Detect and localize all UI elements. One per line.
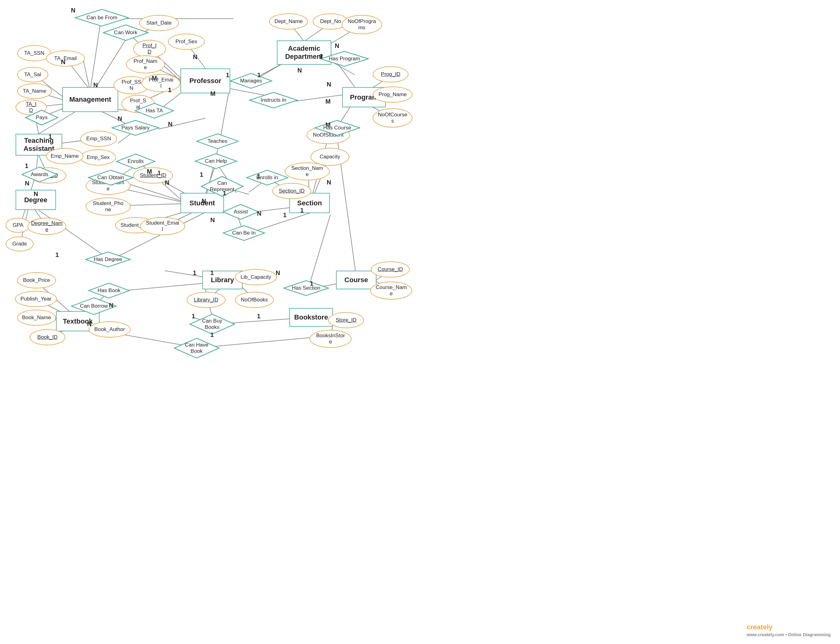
- entity-bookstore: Bookstore: [289, 308, 333, 327]
- attr-ta-email: TA_Email: [46, 50, 85, 67]
- mult-n-awards-degree: N: [25, 180, 29, 187]
- mult-m-canobt: M: [147, 168, 152, 175]
- rel-can-represent: CanRepresent: [201, 176, 243, 197]
- rel-has-section: Has Section: [283, 280, 329, 296]
- rel-has-book: Has Book: [88, 283, 130, 299]
- entity-professor: Professor: [181, 69, 230, 93]
- rel-teaches: Teaches: [196, 133, 239, 150]
- rel-enrolls-in: Enrolls in: [246, 169, 289, 186]
- mult-m-prof: M: [152, 75, 157, 82]
- mult-1-assist: 1: [223, 190, 226, 197]
- attr-course-name: Course_Name: [370, 281, 412, 300]
- attr-prof-id: Prof_ID: [133, 40, 166, 58]
- mult-n-dept: N: [335, 42, 339, 49]
- entity-teaching-assistant: Management: [62, 87, 118, 112]
- mult-m-instructs: M: [210, 90, 215, 97]
- attr-publish-year: Publish_Year: [15, 291, 57, 307]
- er-diagram: Management Teaching Assistant Degree Pro…: [0, 0, 840, 644]
- attr-lib-capacity: Lib_Capacity: [235, 269, 277, 285]
- attr-emp-name: Emp_Name: [46, 148, 83, 164]
- mult-1-mgmt-awards: 1: [25, 163, 28, 169]
- rel-manages: Manages: [230, 73, 273, 89]
- attr-prog-name: Prog_Name: [373, 87, 413, 103]
- mult-1-hasdeg: 1: [55, 251, 59, 258]
- mult-n-hasbook: N: [87, 320, 92, 328]
- attr-noofcourses: NoOfCourses: [373, 108, 413, 128]
- mult-n-3: N: [93, 82, 98, 89]
- rel-can-be-in: Can Be In: [222, 225, 265, 241]
- mult-1-canrep: 1: [200, 171, 203, 178]
- attr-grade: Grade: [6, 237, 34, 251]
- attr-capacity: Capacity: [311, 148, 349, 166]
- mult-1-hasta: 1: [168, 87, 171, 94]
- attr-book-id: Book_ID: [30, 329, 65, 345]
- mult-1-hasprog: 1: [319, 53, 323, 60]
- mult-n-canborrow: N: [109, 302, 113, 309]
- mult-n-2: N: [61, 59, 65, 66]
- mult-1-mgmt-pays: 1: [49, 133, 52, 140]
- watermark: creately www.creately.com • Online Diagr…: [747, 623, 831, 638]
- mult-1-manages-r: 1: [257, 72, 261, 79]
- attr-ta-sal: TA_Sal: [17, 67, 48, 82]
- rel-can-obtain: Can Obtain: [88, 169, 134, 186]
- mult-n-canbefrm: N: [34, 191, 38, 197]
- mult-1-lib-r: 1: [210, 269, 214, 277]
- attr-student-phone: Student_Phone: [85, 197, 131, 215]
- mult-m-hascourse-prog: M: [325, 122, 331, 128]
- rel-instructs-in: Instructs In: [249, 92, 298, 108]
- rel-assist: Assist: [222, 204, 259, 220]
- mult-n-hassect: N: [276, 269, 280, 277]
- attr-gpa: GPA: [6, 218, 31, 233]
- rel-has-ta: Has TA: [135, 103, 174, 119]
- mult-1-sec-course: 1: [300, 207, 304, 214]
- rel-has-degree: Has Degree: [85, 251, 131, 268]
- mult-1-manages-l: 1: [226, 72, 229, 79]
- attr-library-id: Library_ID: [187, 292, 225, 308]
- rel-pays: Pays: [25, 110, 59, 126]
- attr-dept-name: Dept_Name: [269, 13, 308, 30]
- svg-line-5: [90, 19, 101, 90]
- mult-1-buybooks-lib: 1: [192, 313, 195, 320]
- mult-1-enroll: 1: [158, 169, 161, 177]
- mult-n-1: N: [71, 7, 75, 14]
- attr-prof-sex: Prof_Sex: [168, 34, 205, 50]
- rel-can-help: Can Help: [194, 153, 237, 169]
- mult-1-hassect-course: 1: [310, 280, 313, 287]
- mult-n-enrollsin: N: [257, 210, 261, 217]
- attr-prog-id: Prog_ID: [373, 66, 408, 82]
- attr-prof-email: Prof_Email: [141, 74, 181, 92]
- attr-prof-name: Prof_Name: [126, 55, 165, 74]
- attr-emp-sex: Emp_Sex: [80, 150, 116, 166]
- attr-book-price: Book_Price: [17, 272, 56, 288]
- mult-n-canb-l: N: [210, 217, 215, 224]
- mult-1-enrollsin: 1: [257, 172, 260, 180]
- mult-n-program: N: [298, 67, 302, 74]
- attr-student-email: Student_Email: [140, 217, 185, 235]
- attr-noofprograms: NoOfPrograms: [342, 15, 382, 34]
- attr-course-id: Course_ID: [371, 261, 410, 278]
- attr-book-author: Book_Author: [89, 321, 131, 338]
- mult-n-paysal-student: N: [168, 121, 173, 128]
- mult-1-lib-l: 1: [193, 269, 196, 277]
- svg-line-29: [159, 118, 205, 129]
- entity-course: Course: [336, 271, 376, 289]
- mult-m-program-r: M: [325, 98, 331, 105]
- mult-n-prog-l: N: [327, 81, 331, 88]
- attr-noofbooks: NoOfBooks: [235, 292, 274, 308]
- mult-1-canbein: 1: [283, 212, 286, 219]
- attr-ta-name: TA_Name: [17, 84, 52, 99]
- connections-layer: [0, 0, 840, 644]
- rel-has-program: Has Program: [320, 51, 369, 67]
- svg-line-81: [308, 215, 330, 289]
- mult-1-havebook: 1: [210, 331, 214, 338]
- attr-book-name: Book_Name: [17, 310, 56, 326]
- mult-n-enroll: N: [165, 179, 169, 186]
- rel-has-course: Has Course: [314, 120, 360, 136]
- mult-n-canrep: N: [202, 197, 206, 205]
- rel-can-work: Can Work: [103, 24, 149, 41]
- attr-degree-name: Degree_Name: [27, 218, 66, 235]
- mult-1-buybooks-store: 1: [257, 313, 260, 320]
- rel-enrolls: Enrolls: [116, 153, 156, 169]
- mult-n-paysal-ta: N: [118, 115, 122, 122]
- attr-store-id: Store_ID: [328, 312, 364, 328]
